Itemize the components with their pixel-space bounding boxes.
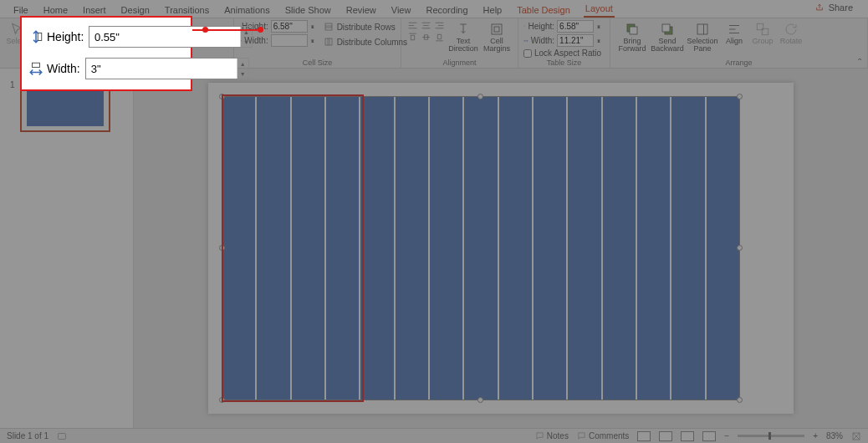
width-icon <box>523 38 528 43</box>
zoom-out-button[interactable]: − <box>724 431 729 440</box>
distribute-rows-button[interactable]: Distribute Rows <box>324 20 407 33</box>
align-bottom-icon[interactable] <box>433 32 446 43</box>
callout-width-input[interactable] <box>86 59 237 79</box>
resize-handle[interactable] <box>219 94 225 99</box>
height-icon <box>523 25 525 27</box>
spin-up[interactable]: ▲ <box>241 27 252 37</box>
resize-handle[interactable] <box>477 397 483 403</box>
send-bwd-icon <box>660 22 675 37</box>
distribute-cols-button[interactable]: Distribute Columns <box>324 35 407 48</box>
width-icon <box>28 61 43 76</box>
fit-window-icon[interactable] <box>851 431 861 441</box>
collapse-ribbon-button[interactable]: ⌃ <box>856 57 863 66</box>
align-button[interactable]: Align <box>721 20 748 45</box>
text-direction-button[interactable]: Text Direction <box>447 20 479 53</box>
send-backward-button[interactable]: Send Backward <box>651 20 684 53</box>
tab-layout[interactable]: Layout <box>584 1 615 18</box>
svg-rect-17 <box>33 63 40 67</box>
cell-size-callout: Height: ▲▼ Width: ▲▼ <box>20 16 192 91</box>
svg-rect-4 <box>325 38 332 45</box>
slide-indicator: Slide 1 of 1 <box>7 431 49 440</box>
resize-handle[interactable] <box>737 245 743 251</box>
align-top-icon[interactable] <box>406 32 419 43</box>
cell-margins-button[interactable]: Cell Margins <box>481 20 513 53</box>
svg-rect-8 <box>630 27 637 34</box>
slide-table[interactable] <box>222 96 740 400</box>
slide-canvas[interactable] <box>134 69 868 428</box>
status-bar: Slide 1 of 1 Notes Comments − + 83% <box>0 428 868 443</box>
svg-rect-11 <box>697 24 707 34</box>
table-width-field[interactable]: Width: ▲▼ <box>523 34 601 47</box>
resize-handle[interactable] <box>219 397 225 403</box>
callout-arrow-tail <box>202 27 208 33</box>
dist-rows-icon <box>324 22 334 32</box>
svg-rect-14 <box>59 433 66 439</box>
bring-fwd-icon <box>625 22 640 37</box>
dist-cols-icon <box>324 37 334 47</box>
sel-pane-icon <box>695 22 710 37</box>
notes-icon <box>535 431 544 440</box>
zoom-in-button[interactable]: + <box>813 431 818 440</box>
margins-icon <box>489 22 504 37</box>
height-icon <box>28 29 43 44</box>
svg-rect-6 <box>494 27 499 32</box>
spin-down[interactable]: ▼ <box>237 69 248 79</box>
selection-pane-button[interactable]: Selection Pane <box>686 20 719 53</box>
align-icon <box>727 22 742 37</box>
svg-rect-5 <box>492 24 502 34</box>
zoom-level[interactable]: 83% <box>826 431 843 440</box>
spellcheck-icon[interactable] <box>57 431 67 441</box>
spin-down[interactable]: ▼ <box>241 37 252 47</box>
text-dir-icon <box>456 22 471 37</box>
table-height-input[interactable] <box>557 20 594 33</box>
share-label: Share <box>827 0 855 15</box>
thumb-number: 1 <box>10 80 15 132</box>
slide-thumbnails-pane[interactable]: 1 <box>0 69 134 428</box>
resize-handle[interactable] <box>737 397 743 403</box>
callout-arrow-head <box>258 27 263 33</box>
group-label-cellsize: Cell Size <box>239 59 396 68</box>
sorter-view-button[interactable] <box>659 431 672 441</box>
align-right-icon[interactable] <box>433 20 446 31</box>
rotate-icon <box>784 22 799 37</box>
reading-view-button[interactable] <box>681 431 694 441</box>
cell-width-input[interactable] <box>271 34 308 47</box>
tab-review[interactable]: Review <box>345 3 378 18</box>
align-left-icon[interactable] <box>406 20 419 31</box>
slideshow-view-button[interactable] <box>702 431 716 441</box>
share-button[interactable]: Share <box>814 0 856 18</box>
lock-aspect-checkbox[interactable]: Lock Aspect Ratio <box>523 48 601 58</box>
table-width-input[interactable] <box>557 34 594 47</box>
slide[interactable] <box>208 83 794 414</box>
notes-button[interactable]: Notes <box>535 431 569 440</box>
group-label-tablesize: Table Size <box>523 59 605 68</box>
share-icon <box>815 3 824 12</box>
callout-height-label: Height: <box>28 29 84 44</box>
tab-table-design[interactable]: Table Design <box>515 3 572 18</box>
comments-icon <box>577 431 586 440</box>
zoom-slider[interactable] <box>738 435 804 437</box>
group-label-arrange: Arrange <box>615 59 862 68</box>
resize-handle[interactable] <box>219 245 225 251</box>
workspace: 1 <box>0 69 868 428</box>
cell-height-input[interactable] <box>271 20 308 33</box>
tab-view[interactable]: View <box>390 3 413 18</box>
group-label-alignment: Alignment <box>406 59 513 68</box>
tab-recording[interactable]: Recording <box>424 3 469 18</box>
spin-up[interactable]: ▲ <box>237 59 248 69</box>
rotate-button[interactable]: Rotate <box>778 20 804 45</box>
tab-slideshow[interactable]: Slide Show <box>283 3 333 18</box>
table-height-field[interactable]: Height: ▲▼ <box>523 20 601 33</box>
svg-rect-10 <box>662 24 670 32</box>
align-middle-icon[interactable] <box>420 32 432 43</box>
resize-handle[interactable] <box>477 94 483 99</box>
tab-animations[interactable]: Animations <box>222 3 271 18</box>
group-button[interactable]: Group <box>749 20 776 45</box>
align-center-icon[interactable] <box>420 20 432 31</box>
resize-handle[interactable] <box>737 94 743 99</box>
bring-forward-button[interactable]: Bring Forward <box>615 20 649 53</box>
tab-help[interactable]: Help <box>482 3 504 18</box>
normal-view-button[interactable] <box>637 431 651 441</box>
callout-width-field[interactable]: ▲▼ <box>85 58 249 79</box>
comments-button[interactable]: Comments <box>577 431 629 440</box>
